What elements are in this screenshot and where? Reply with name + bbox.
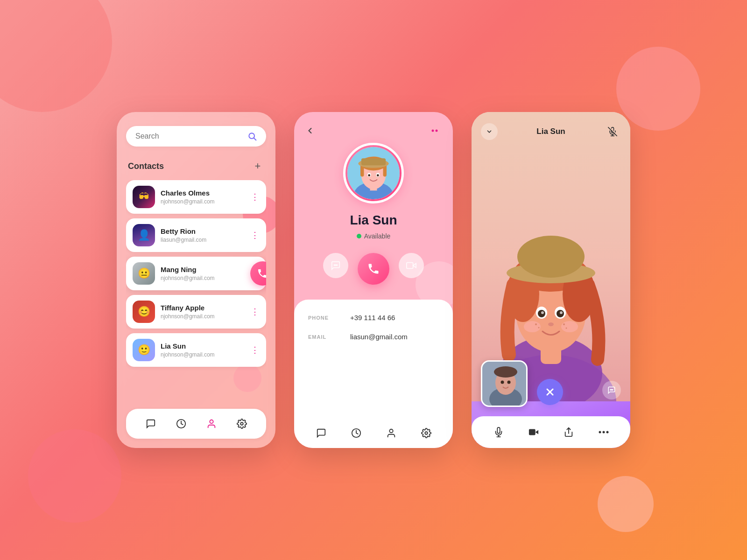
nav-settings-icon[interactable] xyxy=(234,416,249,431)
contact-email-lia: njohnson@gmail.com xyxy=(161,351,245,358)
svg-line-1 xyxy=(254,138,256,140)
email-label: EMAIL xyxy=(308,334,336,340)
email-value: liasun@gmail.com xyxy=(350,333,408,341)
status-dot xyxy=(357,234,361,238)
detail-row-email: EMAIL liasun@gmail.com xyxy=(308,333,439,341)
svg-point-63 xyxy=(507,381,511,384)
contact-info-tiffany: Tiffany Apple njohnson@gmail.com xyxy=(161,304,245,320)
message-button[interactable] xyxy=(323,253,348,278)
contact-item-tiffany[interactable]: 😊 Tiffany Apple njohnson@gmail.com ⋮ xyxy=(126,295,266,329)
svg-point-76 xyxy=(606,431,608,434)
svg-rect-71 xyxy=(529,429,535,435)
profile-name: Lia Sun xyxy=(294,213,453,228)
contact-info-lia: Lia Sun njohnson@gmail.com xyxy=(161,342,245,358)
search-bar xyxy=(126,126,266,147)
avatar-betty: 👤 xyxy=(133,224,155,246)
profile-status: Available xyxy=(294,232,453,240)
profile-details: PHONE +39 111 44 66 EMAIL liasun@gmail.c… xyxy=(294,300,453,418)
contact-info-mang: Mang Ning njohnson@gmail.com xyxy=(161,266,245,281)
contact-dots-charles[interactable]: ⋮ xyxy=(251,192,260,202)
phone-1-nav xyxy=(126,409,266,439)
bg-blob-2 xyxy=(28,429,121,523)
profile-avatar-ring xyxy=(343,143,404,203)
chat-bubble-button[interactable] xyxy=(602,381,621,399)
nav-recent-icon[interactable] xyxy=(174,416,189,431)
avatar-face-tiffany: 😊 xyxy=(133,301,155,323)
contact-dots-lia[interactable]: ⋮ xyxy=(251,345,260,355)
nav-contacts-icon[interactable] xyxy=(204,416,219,431)
profile-avatar-image xyxy=(347,147,400,199)
phone-label: PHONE xyxy=(308,315,336,321)
video-caller-name: Lia Sun xyxy=(536,127,565,136)
mute-icon[interactable] xyxy=(604,123,621,140)
contact-dots-tiffany[interactable]: ⋮ xyxy=(251,307,260,317)
svg-rect-25 xyxy=(407,263,413,269)
svg-point-20 xyxy=(377,174,379,176)
contact-name-mang: Mang Ning xyxy=(161,266,245,273)
avatar-lia: 🙂 xyxy=(133,339,155,361)
contact-name-charles: Charles Olmes xyxy=(161,189,245,197)
contact-name-betty: Betty Rion xyxy=(161,227,245,235)
add-contact-button[interactable]: + xyxy=(251,160,264,173)
chevron-down-button[interactable] xyxy=(481,123,498,140)
contact-dots-betty[interactable]: ⋮ xyxy=(251,230,260,240)
contact-name-lia: Lia Sun xyxy=(161,342,245,350)
svg-point-28 xyxy=(425,432,428,434)
svg-point-75 xyxy=(602,431,605,434)
phone-2-nav xyxy=(294,418,453,448)
nav2-chat-icon[interactable] xyxy=(314,426,329,441)
self-video-thumbnail xyxy=(481,360,528,407)
nav3-mic-icon[interactable] xyxy=(491,425,506,440)
svg-point-3 xyxy=(210,420,213,423)
svg-point-68 xyxy=(613,390,613,391)
phone-2-content: Lia Sun Available xyxy=(294,112,453,448)
call-button[interactable] xyxy=(358,253,389,285)
nav3-video-icon[interactable] xyxy=(526,425,541,440)
video-button[interactable] xyxy=(399,253,424,278)
phone-value: +39 111 44 66 xyxy=(350,314,395,322)
svg-point-67 xyxy=(611,390,612,391)
phone-profile: Lia Sun Available xyxy=(294,112,453,448)
avatar-face-mang: 😐 xyxy=(133,262,155,285)
nav-chat-icon[interactable] xyxy=(143,416,158,431)
contacts-title: Contacts xyxy=(128,161,164,171)
contacts-header: Contacts + xyxy=(126,160,266,173)
back-button[interactable] xyxy=(305,126,315,135)
svg-point-6 xyxy=(436,130,438,132)
nav2-contacts-icon[interactable] xyxy=(384,426,399,441)
contact-email-tiffany: njohnson@gmail.com xyxy=(161,313,245,320)
nav3-share-icon[interactable] xyxy=(561,425,576,440)
avatar-tiffany: 😊 xyxy=(133,301,155,323)
nav2-settings-icon[interactable] xyxy=(419,426,434,441)
svg-point-62 xyxy=(501,381,504,384)
plus-icon: + xyxy=(255,160,261,172)
end-call-button[interactable] xyxy=(537,379,563,405)
avatar-face-charles: 🕶 xyxy=(133,186,155,208)
profile-more-dots[interactable] xyxy=(431,129,442,132)
search-input[interactable] xyxy=(135,132,247,140)
contact-email-charles: njohnson@gmail.com xyxy=(161,198,245,205)
profile-avatar-wrap xyxy=(294,143,453,203)
avatar-face-betty: 👤 xyxy=(133,224,155,246)
search-icon xyxy=(247,132,257,141)
phone-3-content: Lia Sun xyxy=(472,112,630,448)
contact-item-lia[interactable]: 🙂 Lia Sun njohnson@gmail.com ⋮ xyxy=(126,333,266,367)
svg-point-61 xyxy=(494,366,517,378)
nav2-recent-icon[interactable] xyxy=(349,426,364,441)
contact-item-betty[interactable]: 👤 Betty Rion liasun@gmail.com ⋮ xyxy=(126,218,266,252)
svg-rect-16 xyxy=(361,158,386,165)
nav3-more-icon[interactable] xyxy=(596,425,611,440)
contact-list: 🕶 Charles Olmes njohnson@gmail.com ⋮ 👤 B… xyxy=(126,180,266,401)
svg-point-22 xyxy=(335,265,336,266)
bg-blob-1 xyxy=(0,0,112,112)
contact-item-mang[interactable]: 😐 Mang Ning njohnson@gmail.com ⋮ xyxy=(126,257,266,290)
phone-contacts: Contacts + 🕶 Charles Olmes njohnson@gmai… xyxy=(117,112,275,448)
contact-email-betty: liasun@gmail.com xyxy=(161,237,245,243)
status-text: Available xyxy=(364,232,391,240)
call-fab-button[interactable] xyxy=(250,261,266,286)
action-buttons xyxy=(294,253,453,285)
svg-point-21 xyxy=(334,265,335,266)
contact-item-charles[interactable]: 🕶 Charles Olmes njohnson@gmail.com ⋮ xyxy=(126,180,266,214)
avatar-charles: 🕶 xyxy=(133,186,155,208)
avatar-face-lia: 🙂 xyxy=(133,339,155,361)
